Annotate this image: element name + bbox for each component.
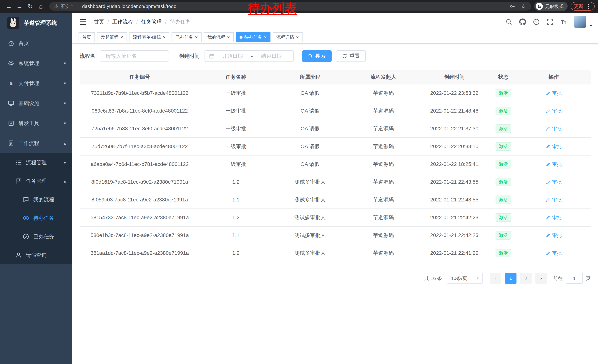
sidebar-item-label: 支付管理 [18, 80, 39, 87]
approve-link[interactable]: 审批 [546, 197, 562, 203]
browser-home-icon[interactable]: ⌂ [36, 1, 46, 12]
cell-create-time: 2022-01-21 22:43:55 [419, 191, 490, 209]
goto-page-input[interactable]: 1 [566, 273, 583, 284]
app-logo-row[interactable]: 芋道管理系统 [0, 13, 72, 33]
browser-forward-icon[interactable]: → [14, 1, 25, 12]
approve-link[interactable]: 审批 [546, 179, 562, 185]
tab-label: 我的流程 [208, 34, 225, 40]
update-label: 更新 [574, 3, 583, 10]
approve-link[interactable]: 审批 [546, 90, 562, 97]
tab-todo-task[interactable]: 待办任务× [236, 32, 270, 42]
cell-starter: 芋道源码 [348, 120, 419, 138]
status-badge: 激活 [496, 142, 511, 151]
approve-link[interactable]: 审批 [546, 161, 562, 168]
process-name-label: 流程名 [80, 53, 95, 60]
cell-task-name: 1.2 [200, 209, 272, 226]
approve-link[interactable]: 审批 [546, 143, 562, 150]
column-header: 状态 [490, 70, 517, 84]
tab-form-edit[interactable]: 流程表单-编辑× [129, 32, 169, 42]
help-icon[interactable]: ? [533, 18, 540, 25]
cell-task-name: 1.1 [200, 226, 272, 244]
bookmark-star-icon[interactable]: ☆ [521, 3, 526, 10]
security-label: 不安全 [60, 3, 74, 9]
sidebar-item-dev-tools[interactable]: 研发工具▾ [0, 113, 72, 133]
column-header: 创建时间 [419, 70, 490, 84]
browser-back-icon[interactable]: ← [3, 1, 14, 12]
browser-reload-icon[interactable]: ↻ [25, 1, 36, 12]
cell-status: 激活 [490, 191, 517, 209]
font-size-icon[interactable]: TT [560, 18, 567, 25]
sidebar-item-task-mgmt[interactable]: 任务管理▴ [0, 172, 72, 190]
tab-label: 首页 [82, 34, 91, 40]
chevron-up-icon: ▴ [64, 141, 66, 146]
column-header: 所属流程 [272, 70, 348, 84]
infra-icon [8, 100, 15, 107]
cell-action: 审批 [517, 155, 590, 173]
approve-link[interactable]: 审批 [546, 232, 562, 239]
sidebar-item-workflow[interactable]: 工作流程▴ [0, 133, 72, 153]
search-button[interactable]: 搜索 [302, 50, 332, 62]
sidebar-item-todo-task[interactable]: 待办任务 [0, 209, 72, 227]
header-actions: ? TT ▾ [505, 16, 592, 28]
page-button-1[interactable]: 1 [505, 273, 516, 284]
prev-page-button[interactable]: ‹ [490, 273, 501, 284]
sidebar-item-my-process[interactable]: 我的流程 [0, 190, 72, 209]
sidebar-item-system[interactable]: 系统管理▾ [0, 53, 72, 73]
breadcrumb-item-workflow[interactable]: 工作流程 [112, 18, 133, 25]
date-range-picker[interactable]: 开始日期 - 结束日期 [205, 50, 294, 62]
table-row: 75d72608-7b7f-11ec-a3c8-acde48001122一级审批… [80, 138, 590, 155]
sidebar-item-leave-query[interactable]: 请假查询 [0, 246, 72, 264]
sidebar-toggle-icon[interactable] [79, 18, 87, 26]
status-badge: 激活 [496, 178, 511, 186]
fullscreen-icon[interactable] [547, 18, 554, 25]
app-logo [7, 17, 19, 29]
status-badge: 激活 [496, 89, 511, 97]
browser-menu-button[interactable]: 更新 ⋮ [571, 2, 595, 11]
approve-link[interactable]: 审批 [546, 108, 562, 114]
page-size-select[interactable]: 10条/页 ▾ [447, 273, 483, 284]
sidebar-item-payment[interactable]: ¥支付管理▾ [0, 73, 72, 93]
next-page-button[interactable]: › [535, 273, 547, 284]
incognito-badge: 无痕模式 [534, 2, 568, 11]
cell-status: 激活 [490, 138, 517, 155]
sidebar-item-home[interactable]: 首页 [0, 33, 72, 53]
reset-button[interactable]: 重置 [336, 50, 366, 62]
close-icon[interactable]: × [120, 35, 123, 40]
status-badge: 激活 [496, 249, 511, 258]
password-key-icon[interactable] [509, 3, 516, 9]
process-name-input[interactable]: 请输入流程名 [100, 50, 169, 62]
end-date-placeholder: 结束日期 [254, 53, 289, 60]
breadcrumb-item-home[interactable]: 首页 [94, 18, 104, 25]
approve-link[interactable]: 审批 [546, 250, 562, 256]
tab-start-process[interactable]: 发起流程× [97, 32, 127, 42]
close-icon[interactable]: × [163, 35, 166, 40]
sidebar-item-process-mgmt[interactable]: 流程管理▾ [0, 153, 72, 172]
cell-starter: 芋道源码 [348, 84, 419, 102]
tab-home[interactable]: 首页 [79, 32, 95, 42]
cell-status: 激活 [490, 102, 517, 120]
cell-process: 测试多审批人 [272, 173, 348, 191]
page-button-2[interactable]: 2 [520, 273, 532, 284]
cell-starter: 芋道源码 [348, 155, 419, 173]
cell-task-name: 1.1 [200, 191, 272, 209]
tab-process-detail[interactable]: 流程详情× [273, 32, 303, 42]
sidebar-item-infrastructure[interactable]: 基础设施▾ [0, 93, 72, 113]
close-icon[interactable]: × [195, 35, 198, 40]
close-icon[interactable]: × [264, 35, 267, 40]
close-icon[interactable]: × [227, 35, 230, 40]
status-badge: 激活 [496, 213, 511, 222]
cell-create-time: 2022-01-21 22:42:23 [419, 209, 490, 226]
approve-link[interactable]: 审批 [546, 214, 562, 221]
tab-done-task[interactable]: 已办任务× [172, 32, 201, 42]
table-header-row: 任务编号任务名称所属流程流程发起人创建时间状态操作 [80, 70, 590, 84]
github-icon[interactable] [519, 18, 526, 25]
avatar[interactable] [574, 16, 586, 28]
cell-status: 激活 [490, 244, 517, 262]
breadcrumb-item-task-mgmt[interactable]: 任务管理 [141, 18, 162, 25]
person-icon [15, 252, 22, 259]
close-icon[interactable]: × [296, 35, 299, 40]
tab-my-process[interactable]: 我的流程× [204, 32, 234, 42]
approve-link[interactable]: 审批 [546, 126, 562, 132]
sidebar-item-done-task[interactable]: 已办任务 [0, 227, 72, 246]
search-icon[interactable] [505, 18, 512, 25]
